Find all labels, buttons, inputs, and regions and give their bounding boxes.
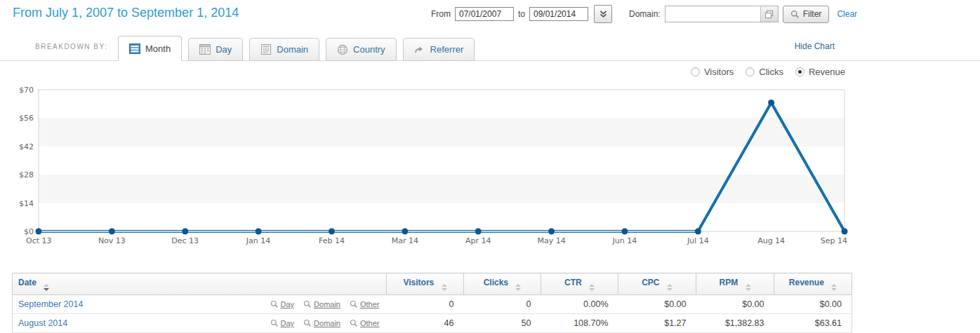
radio-circle-revenue[interactable]: [795, 67, 804, 76]
from-date-input[interactable]: [455, 7, 514, 21]
to-label: to: [518, 9, 525, 19]
radio-visitors[interactable]: Visitors: [691, 67, 734, 77]
cascading-windows-icon: [764, 10, 774, 19]
filter-controls: From to Domain: Filte: [431, 5, 857, 23]
row-date-link[interactable]: September 2014: [18, 299, 83, 309]
svg-text:$0: $0: [24, 227, 34, 236]
cell-rpm: $0.00: [696, 295, 774, 314]
date-presets-button[interactable]: [594, 5, 612, 23]
globe-icon: [337, 44, 348, 55]
sort-icon-ctr: [589, 284, 595, 291]
tab-referrer-label: Referrer: [430, 44, 464, 55]
hide-chart-link[interactable]: Hide Chart: [795, 41, 835, 51]
column-header-visitors[interactable]: Visitors: [387, 273, 464, 295]
domain-input[interactable]: [666, 6, 760, 22]
drill-domain-link[interactable]: Domain: [303, 319, 340, 327]
row-date-link[interactable]: August 2014: [18, 318, 67, 328]
tab-domain[interactable]: Domain: [249, 38, 319, 61]
cell-revenue: $0.00: [774, 295, 852, 314]
cell-revenue: $63.61: [774, 314, 852, 333]
search-icon: [790, 10, 800, 19]
revenue-line-chart: $70$56$42$28$14$0Oct 13Nov 13Dec 13Jan 1…: [8, 86, 879, 250]
sort-icon-visitors: [442, 284, 447, 291]
column-header-clicks[interactable]: Clicks: [464, 273, 541, 295]
drill-day-link[interactable]: Day: [270, 319, 295, 327]
tab-country[interactable]: Country: [326, 38, 397, 61]
drill-other-link[interactable]: Other: [350, 300, 380, 308]
drill-domain-label: Domain: [314, 319, 340, 327]
tab-day[interactable]: Day: [188, 38, 243, 61]
cell-cpc: $0.00: [618, 295, 696, 314]
drill-other-link[interactable]: Other: [350, 319, 380, 327]
svg-text:Jul 14: Jul 14: [687, 236, 709, 245]
breakdown-tabstrip: BREAKDOWN BY: Month Day: [0, 31, 980, 61]
svg-text:$56: $56: [19, 114, 34, 123]
svg-text:Apr 14: Apr 14: [465, 236, 491, 245]
sort-icon-rpm: [746, 284, 751, 291]
page-title: From July 1, 2007 to September 1, 2014: [13, 6, 239, 20]
table-row: August 2014 Day Domain: [13, 314, 852, 333]
column-header-rpm[interactable]: RPM: [696, 273, 774, 295]
cell-visitors: 0: [387, 295, 464, 314]
cell-rpm: $1,382.83: [696, 314, 774, 333]
svg-text:Jan 14: Jan 14: [246, 236, 270, 245]
column-header-ctr[interactable]: CTR: [541, 273, 618, 295]
drill-day-link[interactable]: Day: [270, 300, 295, 308]
svg-text:Nov 13: Nov 13: [98, 236, 126, 245]
svg-text:Aug 14: Aug 14: [757, 236, 785, 245]
tab-day-label: Day: [216, 44, 232, 55]
column-header-cpc[interactable]: CPC: [618, 273, 696, 295]
cell-cpc: $1.27: [618, 314, 696, 333]
column-header-date[interactable]: Date: [13, 273, 387, 295]
cell-ctr: 108.70%: [541, 314, 618, 333]
cell-clicks: 50: [464, 314, 541, 333]
domain-picker-button[interactable]: [760, 6, 778, 22]
search-icon: [270, 319, 279, 327]
drill-other-label: Other: [360, 319, 380, 327]
metric-radio-group: Visitors Clicks Revenue: [691, 67, 845, 77]
svg-text:Feb 14: Feb 14: [319, 236, 345, 245]
stats-table-section: Date Visitors Clicks CTR CPC: [12, 273, 852, 333]
chart-section: Visitors Clicks Revenue $70$56$42$28$14$…: [0, 61, 980, 273]
svg-text:Dec 13: Dec 13: [171, 236, 199, 245]
svg-text:$14: $14: [19, 199, 34, 208]
header-bar: From July 1, 2007 to September 1, 2014 F…: [0, 0, 980, 31]
to-date-input[interactable]: [529, 7, 588, 21]
cell-ctr: 0.00%: [541, 295, 618, 314]
tab-country-label: Country: [353, 44, 385, 55]
drill-links: Day Domain Other: [270, 300, 380, 308]
sort-icon-cpc: [667, 284, 673, 291]
stats-table: Date Visitors Clicks CTR CPC: [12, 273, 852, 333]
search-icon: [303, 319, 312, 327]
column-rpm-label: RPM: [719, 278, 738, 287]
column-visitors-label: Visitors: [403, 278, 434, 287]
radio-clicks[interactable]: Clicks: [746, 67, 783, 77]
drill-domain-link[interactable]: Domain: [303, 300, 340, 308]
search-icon: [350, 319, 358, 327]
column-revenue-label: Revenue: [789, 278, 824, 287]
drill-other-label: Other: [360, 300, 380, 308]
search-icon: [270, 300, 279, 308]
sort-icon-clicks: [515, 284, 521, 291]
breakdown-by-label: BREAKDOWN BY:: [35, 43, 107, 50]
radio-circle-clicks[interactable]: [746, 67, 755, 76]
radio-circle-visitors[interactable]: [691, 67, 700, 76]
tab-month[interactable]: Month: [118, 36, 182, 61]
svg-text:Sep 14: Sep 14: [821, 236, 847, 245]
filter-button-label: Filter: [803, 9, 822, 19]
from-label: From: [431, 9, 451, 19]
clear-link[interactable]: Clear: [837, 9, 857, 19]
calendar-icon: [199, 44, 211, 55]
tab-referrer[interactable]: Referrer: [403, 38, 475, 61]
domain-label: Domain:: [629, 9, 661, 19]
radio-revenue[interactable]: Revenue: [795, 67, 845, 77]
svg-text:$42: $42: [19, 142, 34, 151]
radio-clicks-label: Clicks: [759, 67, 783, 77]
referrer-arrow-icon: [414, 45, 425, 55]
filter-button[interactable]: Filter: [783, 6, 830, 23]
cell-clicks: 0: [464, 295, 541, 314]
column-clicks-label: Clicks: [484, 278, 508, 287]
column-date-label: Date: [18, 278, 37, 287]
column-cpc-label: CPC: [642, 278, 659, 287]
column-header-revenue[interactable]: Revenue: [774, 273, 852, 295]
